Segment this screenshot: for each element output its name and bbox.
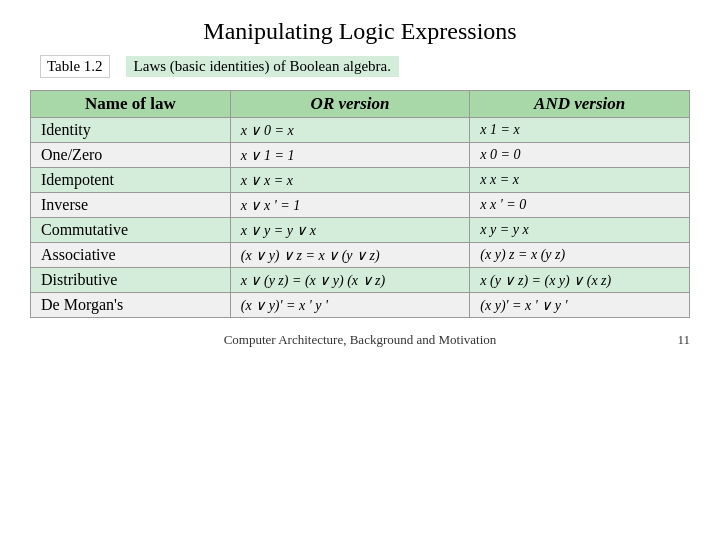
footer: Computer Architecture, Background and Mo… xyxy=(30,332,690,348)
subtitle-row: Table 1.2 Laws (basic identities) of Boo… xyxy=(40,55,399,78)
table-row: Associative(x ∨ y) ∨ z = x ∨ (y ∨ z)(x y… xyxy=(31,243,690,268)
header-and: AND version xyxy=(470,91,690,118)
cell-and-version: (x y)' = x ' ∨ y ' xyxy=(470,293,690,318)
cell-law-name: Commutative xyxy=(31,218,231,243)
table-row: Inversex ∨ x ' = 1x x ' = 0 xyxy=(31,193,690,218)
cell-law-name: Inverse xyxy=(31,193,231,218)
cell-and-version: x x = x xyxy=(470,168,690,193)
header-name: Name of law xyxy=(31,91,231,118)
header-or: OR version xyxy=(230,91,470,118)
cell-and-version: (x y) z = x (y z) xyxy=(470,243,690,268)
cell-and-version: x y = y x xyxy=(470,218,690,243)
cell-and-version: x 0 = 0 xyxy=(470,143,690,168)
table-label: Table 1.2 xyxy=(40,55,110,78)
table-header-row: Name of law OR version AND version xyxy=(31,91,690,118)
footer-page: 11 xyxy=(660,332,690,348)
cell-or-version: (x ∨ y) ∨ z = x ∨ (y ∨ z) xyxy=(230,243,470,268)
cell-law-name: De Morgan's xyxy=(31,293,231,318)
cell-law-name: One/Zero xyxy=(31,143,231,168)
cell-or-version: x ∨ x = x xyxy=(230,168,470,193)
cell-or-version: x ∨ 1 = 1 xyxy=(230,143,470,168)
cell-or-version: x ∨ (y z) = (x ∨ y) (x ∨ z) xyxy=(230,268,470,293)
cell-law-name: Idempotent xyxy=(31,168,231,193)
page-container: Manipulating Logic Expressions Table 1.2… xyxy=(0,0,720,540)
cell-or-version: x ∨ x ' = 1 xyxy=(230,193,470,218)
cell-and-version: x (y ∨ z) = (x y) ∨ (x z) xyxy=(470,268,690,293)
law-table: Name of law OR version AND version Ident… xyxy=(30,90,690,318)
footer-text: Computer Architecture, Background and Mo… xyxy=(60,332,660,348)
table-row: Idempotentx ∨ x = xx x = x xyxy=(31,168,690,193)
subtitle-text: Laws (basic identities) of Boolean algeb… xyxy=(126,56,399,77)
table-row: Identityx ∨ 0 = xx 1 = x xyxy=(31,118,690,143)
table-body: Identityx ∨ 0 = xx 1 = xOne/Zerox ∨ 1 = … xyxy=(31,118,690,318)
cell-or-version: x ∨ 0 = x xyxy=(230,118,470,143)
cell-law-name: Associative xyxy=(31,243,231,268)
cell-law-name: Distributive xyxy=(31,268,231,293)
cell-or-version: (x ∨ y)' = x ' y ' xyxy=(230,293,470,318)
table-row: De Morgan's(x ∨ y)' = x ' y '(x y)' = x … xyxy=(31,293,690,318)
table-row: One/Zerox ∨ 1 = 1x 0 = 0 xyxy=(31,143,690,168)
cell-and-version: x 1 = x xyxy=(470,118,690,143)
main-title: Manipulating Logic Expressions xyxy=(203,18,516,45)
cell-and-version: x x ' = 0 xyxy=(470,193,690,218)
table-row: Distributivex ∨ (y z) = (x ∨ y) (x ∨ z)x… xyxy=(31,268,690,293)
cell-or-version: x ∨ y = y ∨ x xyxy=(230,218,470,243)
table-row: Commutativex ∨ y = y ∨ xx y = y x xyxy=(31,218,690,243)
cell-law-name: Identity xyxy=(31,118,231,143)
